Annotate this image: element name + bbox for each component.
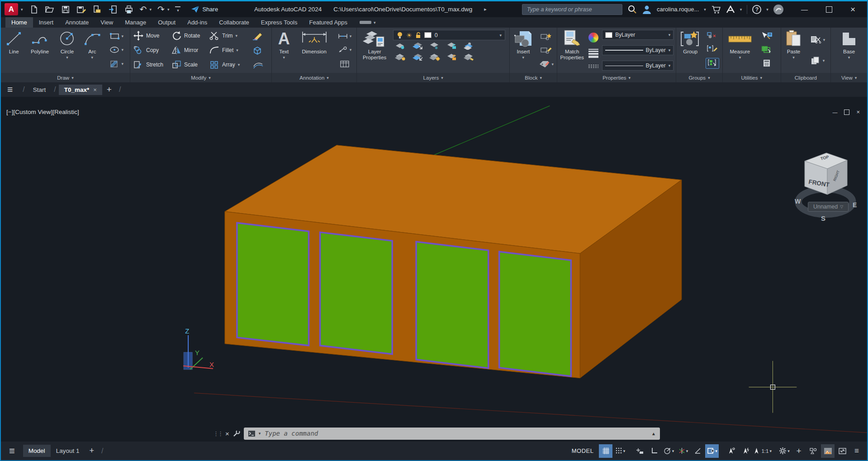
file-tabs-menu-icon[interactable]: ≡ (1, 84, 20, 95)
ellipse-button[interactable]: ▾ (109, 46, 124, 53)
viewcube-south[interactable]: S (821, 214, 825, 222)
insert-button[interactable]: Insert ▾ (511, 29, 535, 72)
redo-caret-icon[interactable]: ▾ (167, 7, 170, 12)
dimension-button[interactable]: Dimension (296, 29, 332, 72)
tab-annotate[interactable]: Annotate (59, 17, 95, 28)
measure-button[interactable]: Measure ▾ (724, 29, 756, 72)
clean-screen-button[interactable] (835, 444, 849, 458)
window-3[interactable] (416, 242, 489, 368)
open-icon[interactable] (45, 5, 55, 14)
text-button[interactable]: A Text ▾ (273, 29, 294, 72)
rotate-button[interactable]: Rotate (171, 29, 209, 43)
print-icon[interactable] (124, 5, 134, 14)
viewport-restore-icon[interactable] (844, 109, 849, 115)
status-customize-menu[interactable]: ≡ (850, 444, 863, 458)
polar-tracking-toggle[interactable]: ▾ (662, 444, 675, 458)
workspace-switching-button[interactable]: ▾ (778, 444, 791, 458)
erase-button[interactable] (252, 29, 266, 43)
quick-calculator-button[interactable] (762, 59, 771, 69)
layer-dropdown[interactable]: ☀ 0 ▾ (393, 30, 505, 40)
hatch-button[interactable]: ▾ (109, 60, 124, 68)
layer-match-button[interactable] (464, 53, 475, 63)
stretch-button[interactable]: Stretch (133, 58, 171, 71)
autodesk-caret-icon[interactable]: ▾ (740, 7, 742, 12)
panel-label-block[interactable]: Block▾ (510, 73, 557, 82)
tab-drawing-active[interactable]: T0_max* × (59, 85, 102, 95)
quick-select-button[interactable] (761, 32, 773, 41)
panel-label-annotation[interactable]: Annotation▾ (272, 73, 356, 82)
lineweight-dropdown[interactable]: ByLayer ▾ (602, 45, 674, 55)
panel-label-modify[interactable]: Modify▾ (130, 73, 271, 82)
undo-caret-icon[interactable]: ▾ (149, 7, 152, 12)
status-menu-icon[interactable]: ≡ (1, 445, 23, 457)
group-edit-button[interactable] (707, 45, 718, 54)
lineweight-icon[interactable] (588, 49, 598, 58)
offset-button[interactable] (252, 58, 266, 71)
viewport-minimize-icon[interactable]: — (832, 109, 837, 115)
snap-toggle[interactable]: ▾ (613, 444, 627, 458)
cut-button[interactable]: ▾ (810, 36, 825, 43)
rectangle-button[interactable]: ▾ (109, 33, 124, 40)
command-expand-icon[interactable]: ▲ (651, 431, 656, 436)
tab-collaborate[interactable]: Collaborate (213, 17, 255, 28)
viewcube-west[interactable]: W (795, 198, 801, 205)
object-snap-toggle[interactable]: ▾ (705, 444, 719, 458)
window-2[interactable] (320, 232, 393, 354)
autoscale-toggle[interactable] (739, 444, 753, 458)
layer-isolate-button[interactable] (412, 42, 424, 52)
line-button[interactable]: Line (2, 29, 25, 72)
save-icon[interactable] (61, 5, 71, 14)
layout1-tab[interactable]: Layout 1 (51, 445, 85, 457)
cart-icon[interactable] (711, 5, 721, 14)
layer-properties-button[interactable]: Layer Properties (358, 29, 391, 72)
table-button[interactable] (340, 61, 349, 67)
select-similar-button[interactable] (761, 45, 773, 55)
command-bar-close-icon[interactable]: × (225, 430, 229, 437)
panel-label-layers[interactable]: Layers▾ (357, 73, 509, 82)
create-block-button[interactable] (540, 33, 552, 40)
window-4[interactable] (499, 252, 571, 376)
model-space-badge[interactable]: MODEL (572, 447, 594, 454)
object-snap-tracking-toggle[interactable] (691, 444, 704, 458)
help-caret-icon[interactable]: ▾ (766, 7, 768, 12)
maximize-button[interactable] (826, 6, 832, 13)
tab-home[interactable]: Home (5, 17, 33, 28)
panel-label-utilities[interactable]: Utilities▾ (723, 73, 781, 82)
new-drawing-icon[interactable] (29, 5, 39, 14)
username-caret-icon[interactable]: ▾ (704, 7, 706, 12)
username-label[interactable]: carolina.roque... (657, 6, 699, 13)
leader-button[interactable]: ▾ (337, 47, 352, 53)
viewcube-views-dropdown[interactable]: Unnamed ▽ (808, 202, 849, 212)
ungroup-button[interactable]: × (707, 32, 718, 41)
panel-label-properties[interactable]: Properties▾ (557, 73, 676, 82)
trim-button[interactable]: Trim▾ (209, 29, 252, 43)
polyline-button[interactable]: Polyline (27, 29, 52, 72)
layer-off-button[interactable] (395, 42, 407, 52)
command-bar-grip[interactable]: ⋮⋮ (213, 430, 222, 437)
help-icon[interactable]: ? (752, 5, 761, 14)
ortho-toggle[interactable] (647, 444, 661, 458)
command-bar[interactable]: ⋮⋮ × ▾ ▲ (213, 427, 660, 440)
assistant-icon[interactable] (773, 5, 783, 14)
layer-unlock-button[interactable] (446, 53, 458, 63)
new-tab-button[interactable]: + (102, 85, 116, 95)
linetype-dropdown[interactable]: ByLayer ▾ (602, 61, 674, 71)
tab-start[interactable]: Start (28, 85, 52, 95)
open-from-web-icon[interactable] (92, 5, 102, 14)
ribbon-display-toggle[interactable]: ▾ (353, 17, 382, 28)
save-as-icon[interactable] (76, 5, 86, 14)
explode-button[interactable] (252, 43, 266, 57)
tab-express-tools[interactable]: Express Tools (255, 17, 304, 28)
search-input[interactable] (526, 6, 618, 13)
share-button[interactable]: Share (191, 5, 218, 13)
fillet-button[interactable]: Fillet▾ (209, 43, 252, 57)
panel-label-clipboard[interactable]: Clipboard (781, 73, 831, 82)
new-layout-button[interactable]: + (85, 446, 99, 456)
group-selection-toggle[interactable] (706, 58, 719, 69)
annotation-scale-button[interactable]: 1:1▾ (754, 444, 772, 458)
export-icon[interactable] (108, 5, 118, 14)
window-1[interactable] (237, 223, 309, 345)
annotation-visibility-toggle[interactable] (725, 444, 738, 458)
tab-manage[interactable]: Manage (119, 17, 152, 28)
color-wheel-icon[interactable] (588, 33, 598, 43)
